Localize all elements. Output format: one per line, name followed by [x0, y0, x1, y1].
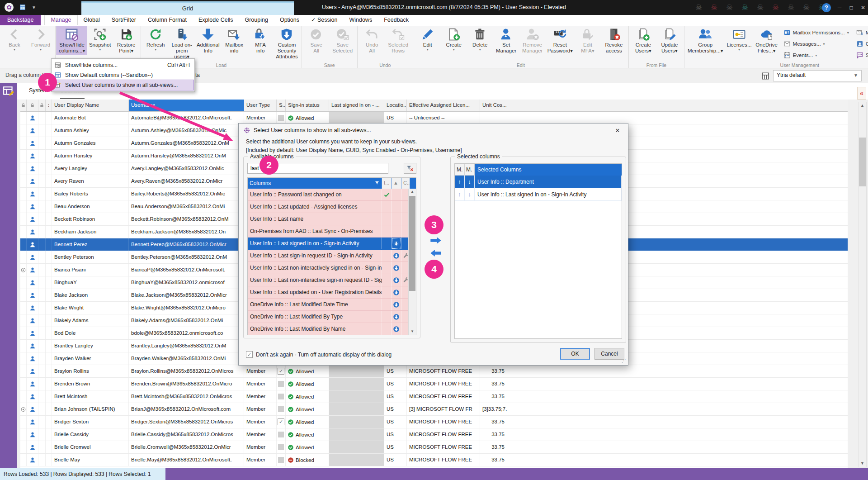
available-column-row[interactable]: User Info :: Last name [248, 213, 416, 225]
sync-checkbox[interactable] [277, 390, 286, 403]
ribbon-button-mfa-info[interactable]: MFA info [247, 26, 274, 55]
cancel-button[interactable]: Cancel [594, 348, 624, 360]
ribbon-button-create-users[interactable]: Create Users▾ [630, 26, 656, 55]
view-profile-combobox[interactable]: Ytria default▼ [773, 70, 862, 81]
ribbon-button-delete[interactable]: Delete▾ [467, 26, 493, 52]
ribbon-button-load-on-prem-users[interactable]: Load on-prem users▾ [169, 26, 195, 61]
list-subheader-0[interactable]: I... [382, 178, 392, 189]
ribbon-button-mailbox-permissions[interactable]: Mailbox Permissions...▾ [783, 29, 849, 36]
ribbon-button-messages[interactable]: Messages...▾ [783, 40, 849, 48]
column-header-col1[interactable] [27, 100, 38, 111]
ribbon-button-update-users[interactable]: Update Users▾ [656, 26, 683, 55]
selected-column-row[interactable]: ↑↓User Info :: Department [455, 176, 622, 188]
ribbon-button-save-all[interactable]: Save All [303, 26, 330, 55]
table-row[interactable]: Brenden BrownBrenden.Brown@M365x85832012… [20, 378, 848, 390]
move-down-header[interactable]: M. [465, 164, 475, 176]
sync-checkbox[interactable]: ✓ [277, 416, 286, 428]
list-scrollbar[interactable]: ▲ ▼ [408, 189, 416, 335]
scroll-down-icon[interactable]: ▼ [859, 460, 866, 467]
ribbon-button-mailbox-info[interactable]: Mailbox info [221, 26, 247, 55]
ribbon-button-forward[interactable]: Forward▾ [28, 26, 54, 52]
menu-item-show-default-columns-sandbox[interactable]: Show Default columns (--Sandbox--) [52, 70, 193, 80]
sync-checkbox[interactable] [277, 403, 286, 415]
ribbon-button-back[interactable]: Back▾ [1, 26, 28, 52]
table-row[interactable]: Brian Johnson (TAILSPIN)BrianJ@M365x8583… [20, 403, 848, 416]
dialog-close-icon[interactable]: ✕ [612, 127, 623, 134]
ribbon-button-restore-point[interactable]: Restore Point▾ [113, 26, 139, 55]
ribbon-tab-backstage[interactable]: Backstage [0, 15, 41, 25]
available-column-row[interactable]: User Info :: Last sign-in request ID - S… [248, 250, 416, 262]
ribbon-tab-grouping[interactable]: Grouping [239, 15, 274, 25]
column-header-last-signed-in-on[interactable]: Last signed in on - ... [329, 100, 384, 111]
sync-checkbox[interactable]: ✓ [277, 365, 286, 377]
ribbon-button-snapshot[interactable]: Snapshot▾ [87, 26, 113, 52]
menu-item-select-user-columns-to-show-in-all-sub-views[interactable]: Select User columns to show in all sub-v… [52, 80, 193, 90]
table-row[interactable]: Automate BotAutomateB@M365x85832012.OnMi… [20, 112, 848, 124]
list-subheader-2[interactable]: C... [401, 178, 410, 189]
ribbon-button-undo-all[interactable]: Undo All [359, 26, 385, 55]
ribbon-button-show-hide-columns[interactable]: Show/Hide columns...▾ [57, 26, 87, 55]
ribbon-button-selected-rows[interactable]: Selected Rows [385, 26, 411, 55]
sync-checkbox[interactable] [277, 112, 286, 124]
move-up-icon[interactable]: ↑ [458, 178, 461, 185]
ribbon-tab-feedback[interactable]: Feedback [378, 15, 415, 25]
ribbon-button-additional-info[interactable]: Additional Info [195, 26, 221, 55]
resize-grip[interactable]: ⋰ [622, 359, 627, 364]
ribbon-tab-options[interactable]: Options [274, 15, 305, 25]
ribbon-button-set-manager[interactable]: Set Manager [493, 26, 519, 55]
scrollbar-thumb[interactable] [409, 196, 415, 291]
close-button[interactable]: ✕ [860, 5, 866, 11]
column-header-username[interactable]: Username [129, 100, 244, 111]
menu-item-show-hide-columns[interactable]: Show/Hide columns...Ctrl+Alt+I [52, 60, 193, 70]
ribbon-button-licenses[interactable]: Licenses...▾ [725, 26, 754, 52]
ribbon-tab-global[interactable]: Global [78, 15, 106, 25]
column-header-locatio[interactable]: Locatio... [384, 100, 407, 111]
ribbon-button-create[interactable]: Create▾ [441, 26, 467, 52]
collapse-right-panel-icon[interactable]: « [857, 87, 866, 100]
column-header-user-type[interactable]: User Type [244, 100, 277, 111]
minimize-button[interactable]: ─ [836, 5, 843, 11]
ribbon-button-custom-security-attributes[interactable]: Custom Security Attributes [274, 26, 300, 61]
column-header-user-display-name[interactable]: User Display Name [52, 100, 129, 111]
available-column-row[interactable]: OneDrive Info :: Last Modified By Name [248, 323, 416, 335]
add-column-arrow-icon[interactable] [429, 237, 443, 244]
view-tab-system[interactable]: System [29, 83, 48, 98]
ribbon-tab-windows[interactable]: Windows [343, 15, 378, 25]
table-row[interactable]: Bridger SextonBridger.Sexton@M365x858320… [20, 416, 848, 428]
available-column-row[interactable]: User Info :: Password last changed on [248, 189, 416, 201]
table-row[interactable]: Braylon RollinsBraylon.Rollins@M365x8583… [20, 365, 848, 378]
available-column-row[interactable]: User Info :: Last updated - Assigned lic… [248, 201, 416, 213]
column-header-effective-assigned-licen[interactable]: Effective Assigned Licen... [407, 100, 480, 111]
ribbon-button-message-rules[interactable]: Message Rules...▾ [856, 29, 868, 36]
table-row[interactable]: Brielle CassidyBrielle.Cassidy@M365x8583… [20, 428, 848, 441]
view-manager-icon[interactable] [761, 72, 769, 80]
ribbon-button-contacts[interactable]: Contacts...▾ [856, 40, 868, 48]
help-button[interactable]: ? [822, 3, 831, 12]
column-header-unit-cos[interactable]: Unit Cos... [480, 100, 507, 111]
ribbon-button-group-membership[interactable]: Group Membership...▾ [686, 26, 725, 55]
selected-column-row[interactable]: ↑↓User Info :: Last signed in on - Sign-… [455, 188, 622, 201]
ribbon-tab-sort-filter[interactable]: Sort/Filter [106, 15, 142, 25]
ribbon-button-edit[interactable]: Edit▾ [415, 26, 441, 52]
ribbon-button-events[interactable]: Events...▾ [783, 52, 849, 59]
scroll-down-icon[interactable]: ▼ [409, 328, 416, 335]
column-search-input[interactable] [247, 163, 388, 174]
scrollbar-thumb[interactable] [859, 138, 866, 186]
ribbon-tab-manage[interactable]: Manage [44, 15, 77, 25]
move-up-header[interactable]: M. [455, 164, 465, 176]
vertical-scrollbar[interactable]: ▲ ▼ [858, 102, 867, 467]
available-column-row[interactable]: User Info :: Last signed in on - Sign-in… [248, 238, 416, 250]
ok-button[interactable]: OK [560, 348, 590, 360]
ribbon-button-save-selected[interactable]: Save Selected [330, 26, 356, 55]
ribbon-button-refresh[interactable]: Refresh▾ [142, 26, 169, 52]
ribbon-button-revoke-access[interactable]: Revoke access [601, 26, 627, 55]
available-column-row[interactable]: OneDrive Info :: Last Modified Date Time [248, 299, 416, 311]
move-down-icon[interactable]: ↓ [468, 178, 471, 185]
available-column-row[interactable]: User Info :: Last updated on - User Regi… [248, 286, 416, 299]
left-panel-strip[interactable] [0, 83, 17, 468]
remove-column-arrow-icon[interactable] [429, 249, 443, 257]
ribbon-button-edit-mfa[interactable]: Edit MFA▾ [575, 26, 601, 55]
column-header-col2[interactable] [38, 100, 46, 111]
ribbon-button-reset-password[interactable]: ***Reset Password▾ [546, 26, 575, 55]
column-header-sign-in-status[interactable]: Sign-in status [286, 100, 329, 111]
